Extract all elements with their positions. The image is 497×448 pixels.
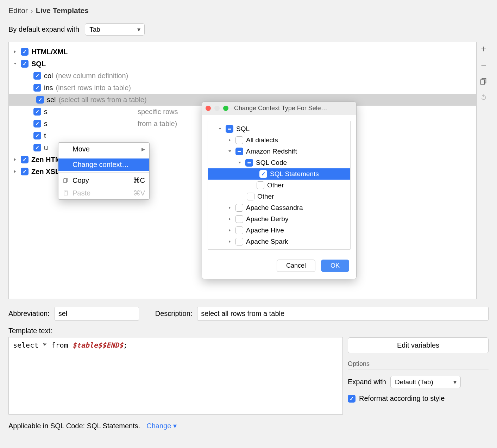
ctx-node-other[interactable]: Other xyxy=(208,191,350,202)
ctx-node-label: All dialects xyxy=(246,136,278,144)
chevron-down-icon: ▾ xyxy=(173,422,177,430)
group-html-xml[interactable]: HTML/XML xyxy=(9,46,476,58)
chevron-right-icon[interactable] xyxy=(227,216,233,222)
checkbox[interactable] xyxy=(259,170,267,178)
ctx-label: Change context… xyxy=(73,161,129,169)
ctx-node-label: Apache Derby xyxy=(246,215,288,223)
checkbox[interactable] xyxy=(21,156,29,163)
abbreviation-field[interactable] xyxy=(55,307,139,321)
chevron-down-icon[interactable] xyxy=(237,160,243,166)
edit-variables-button[interactable]: Edit variables xyxy=(348,337,489,353)
ctx-node-derby[interactable]: Apache Derby xyxy=(208,213,350,225)
checkbox[interactable] xyxy=(235,226,243,234)
template-abbr: s xyxy=(44,108,48,116)
ctx-node-other[interactable]: Other xyxy=(208,180,350,191)
checkbox[interactable] xyxy=(21,168,29,175)
description-field[interactable] xyxy=(197,307,489,321)
default-expand-combo[interactable]: Tab xyxy=(85,23,145,36)
ctx-node-amazon-redshift[interactable]: Amazon Redshift xyxy=(208,146,350,157)
chevron-right-icon[interactable] xyxy=(12,157,18,162)
default-expand-label: By default expand with xyxy=(8,25,79,33)
description-label: Description: xyxy=(155,310,193,318)
template-desc: (select all rows from a table) xyxy=(59,96,147,104)
cancel-button[interactable]: Cancel xyxy=(277,260,315,272)
checkbox[interactable] xyxy=(33,72,41,80)
chevron-down-icon[interactable] xyxy=(227,149,233,154)
reformat-checkbox[interactable] xyxy=(348,395,356,403)
ok-button[interactable]: OK xyxy=(321,260,349,272)
template-text-area[interactable]: select * from $table$$END$; xyxy=(8,337,343,415)
group-label: SQL xyxy=(31,60,46,68)
ctx-node-label: Apache Cassandra xyxy=(246,204,303,212)
add-button[interactable] xyxy=(479,44,489,54)
change-context-link[interactable]: Change ▾ xyxy=(146,422,177,430)
ctx-change-context[interactable]: Change context… xyxy=(58,158,149,171)
checkbox[interactable] xyxy=(21,48,29,56)
ctx-shortcut: ⌘V xyxy=(133,189,145,197)
ctx-paste[interactable]: Paste ⌘V xyxy=(58,187,149,199)
checkbox[interactable] xyxy=(33,132,41,139)
expand-with-combo[interactable]: Default (Tab) xyxy=(390,376,461,388)
template-abbr: t xyxy=(44,132,46,140)
window-zoom-icon[interactable] xyxy=(223,106,228,111)
window-close-icon[interactable] xyxy=(206,106,211,111)
svg-rect-1 xyxy=(64,179,67,182)
context-tree[interactable]: SQL All dialects Amazon Redshift xyxy=(208,121,350,249)
ctx-move[interactable]: Move ▸ xyxy=(58,143,149,155)
template-desc: (new column definition) xyxy=(56,72,128,80)
chevron-right-icon[interactable] xyxy=(227,205,233,211)
ctx-node-spark[interactable]: Apache Spark xyxy=(208,236,350,247)
ctx-node-hive[interactable]: Apache Hive xyxy=(208,225,350,236)
revert-button[interactable] xyxy=(479,93,489,102)
chevron-right-icon[interactable] xyxy=(227,239,233,244)
checkbox[interactable] xyxy=(247,193,254,200)
ctx-copy[interactable]: Copy ⌘C xyxy=(58,174,149,187)
chevron-right-icon[interactable] xyxy=(227,137,233,143)
group-label: HTML/XML xyxy=(31,48,68,56)
ctx-node-sql-statements[interactable]: SQL Statements xyxy=(208,168,350,180)
ctx-node-sql-code[interactable]: SQL Code xyxy=(208,157,350,168)
duplicate-button[interactable] xyxy=(479,76,489,86)
chevron-down-icon[interactable] xyxy=(12,61,18,67)
ctx-node-label: Apache Hive xyxy=(246,226,284,234)
checkbox[interactable] xyxy=(235,238,243,245)
checkbox-indeterminate[interactable] xyxy=(226,125,233,133)
checkbox[interactable] xyxy=(33,144,41,151)
template-item[interactable]: col (new column definition) xyxy=(9,70,476,82)
breadcrumb-parent[interactable]: Editor xyxy=(8,6,28,15)
context-menu[interactable]: Move ▸ Change context… Copy ⌘C xyxy=(58,142,150,200)
checkbox[interactable] xyxy=(33,84,41,92)
ctx-node-sql[interactable]: SQL xyxy=(208,123,350,135)
chevron-right-icon[interactable] xyxy=(227,228,233,233)
paste-icon xyxy=(63,190,69,196)
templates-tree[interactable]: HTML/XML SQL col (new column definition)… xyxy=(8,42,477,299)
checkbox-indeterminate[interactable] xyxy=(245,159,253,167)
remove-button[interactable] xyxy=(479,60,489,70)
ctx-node-cassandra[interactable]: Apache Cassandra xyxy=(208,202,350,213)
checkbox[interactable] xyxy=(257,181,264,189)
options-title: Options xyxy=(348,360,489,369)
checkbox[interactable] xyxy=(235,215,243,223)
checkbox[interactable] xyxy=(36,96,44,104)
applicable-text: Applicable in SQL Code: SQL Statements. xyxy=(8,422,140,430)
svg-rect-5 xyxy=(481,80,485,84)
checkbox-indeterminate[interactable] xyxy=(235,148,243,155)
template-item[interactable]: ins (insert rows into a table) xyxy=(9,82,476,94)
checkbox[interactable] xyxy=(33,120,41,127)
chevron-right-icon[interactable] xyxy=(12,49,18,55)
chevron-right-icon[interactable] xyxy=(12,169,18,174)
ctx-node-label: Other xyxy=(267,181,284,189)
template-abbr: u xyxy=(44,144,48,152)
template-abbr: sel xyxy=(47,96,56,104)
checkbox[interactable] xyxy=(235,204,243,212)
checkbox[interactable] xyxy=(235,136,243,144)
ctx-node-all-dialects[interactable]: All dialects xyxy=(208,135,350,146)
window-minimize-icon[interactable] xyxy=(214,106,220,111)
checkbox[interactable] xyxy=(21,60,29,68)
chevron-down-icon[interactable] xyxy=(217,126,223,132)
group-sql[interactable]: SQL xyxy=(9,58,476,70)
breadcrumb: Editor › Live Templates xyxy=(8,6,489,15)
checkbox[interactable] xyxy=(33,108,41,116)
copy-icon xyxy=(63,178,69,183)
ctx-label: Move xyxy=(73,145,90,153)
